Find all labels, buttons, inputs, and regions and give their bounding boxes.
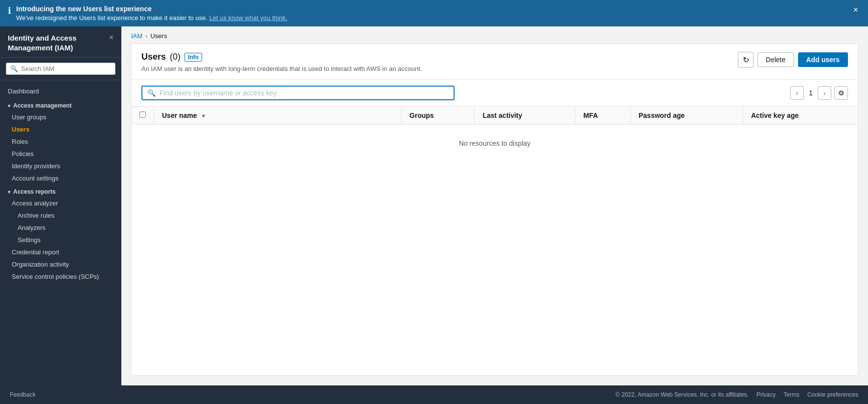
sidebar-item-users[interactable]: Users [0,123,121,135]
sidebar-item-organization-activity[interactable]: Organization activity [0,258,121,270]
th-password-age[interactable]: Password age [631,107,743,125]
sort-icon: ▼ [201,113,206,119]
sidebar-item-policies[interactable]: Policies [0,148,121,160]
th-checkbox [132,107,154,125]
users-table: User name ▼ Groups Last activity MFA Pas… [132,107,858,162]
sidebar-item-analyzers[interactable]: Analyzers [0,222,121,234]
sidebar-nav: Dashboard ▾ Access management User group… [0,80,121,385]
sidebar-close-button[interactable]: × [109,33,114,42]
card-toolbar: 🔍 ‹ 1 › ⚙ [132,80,858,106]
sidebar-item-access-analyzer[interactable]: Access analyzer [0,197,121,209]
banner-content: Introducing the new Users list experienc… [16,5,846,22]
delete-button[interactable]: Delete [757,52,794,67]
card-title-area: Users (0) Info An IAM user is an identit… [141,52,738,72]
sidebar-item-service-control-policies[interactable]: Service control policies (SCPs) [0,270,121,283]
th-last-activity[interactable]: Last activity [475,107,575,125]
sidebar-item-dashboard[interactable]: Dashboard [0,84,121,98]
user-search-box[interactable]: 🔍 [141,86,455,100]
sidebar-section-access-reports[interactable]: ▾ Access reports [0,184,121,197]
sidebar-item-credential-report[interactable]: Credential report [0,246,121,258]
card-title-text: Users [141,52,166,62]
table-settings-button[interactable]: ⚙ [834,86,848,100]
privacy-link[interactable]: Privacy [756,391,776,398]
th-groups[interactable]: Groups [401,107,475,125]
user-search-input[interactable] [160,89,449,97]
sidebar-section-label: Access management [13,102,71,109]
search-input[interactable] [21,65,111,72]
th-username-label: User name [162,112,197,119]
info-badge[interactable]: Info [184,53,202,62]
prev-page-button[interactable]: ‹ [790,86,804,100]
sidebar-header: Identity and Access Management (IAM) × [0,26,121,58]
table-header-row: User name ▼ Groups Last activity MFA Pas… [132,107,858,125]
feedback-link[interactable]: Feedback [10,391,36,398]
sidebar-section-access-management[interactable]: ▾ Access management [0,98,121,111]
banner-desc-text: We've redesigned the Users list experien… [16,14,207,22]
card-actions: ↻ Delete Add users [738,52,848,67]
sidebar-item-roles[interactable]: Roles [0,135,121,148]
add-users-button[interactable]: Add users [798,52,848,67]
search-icon: 🔍 [147,89,156,97]
empty-message: No resources to display [132,125,858,162]
th-active-key-age[interactable]: Active key age [743,107,858,125]
chevron-down-icon: ▾ [8,103,10,109]
table-empty-row: No resources to display [132,125,858,162]
search-icon: 🔍 [10,65,18,72]
sidebar-item-settings[interactable]: Settings [0,234,121,246]
info-banner: ℹ Introducing the new Users list experie… [0,0,868,26]
sidebar-item-account-settings[interactable]: Account settings [0,172,121,184]
sidebar-item-identity-providers[interactable]: Identity providers [0,160,121,172]
sidebar-search-area: 🔍 [0,58,121,80]
users-card: Users (0) Info An IAM user is an identit… [131,44,858,376]
info-icon: ℹ [8,5,11,16]
sidebar-section-label: Access reports [13,188,56,195]
footer-copyright: © 2022, Amazon Web Services, Inc. or its… [616,391,749,398]
terms-link[interactable]: Terms [783,391,799,398]
banner-description: We've redesigned the Users list experien… [16,14,846,22]
next-page-button[interactable]: › [818,86,831,100]
page-number: 1 [807,89,815,97]
sidebar-item-archive-rules[interactable]: Archive rules [0,209,121,222]
th-mfa[interactable]: MFA [575,107,631,125]
banner-close-button[interactable]: × [851,5,860,15]
card-header: Users (0) Info An IAM user is an identit… [132,44,858,80]
sidebar: Identity and Access Management (IAM) × 🔍… [0,26,121,385]
refresh-button[interactable]: ↻ [738,52,754,67]
sidebar-title: Identity and Access Management (IAM) [8,33,109,52]
card-description: An IAM user is an identity with long-ter… [141,65,738,72]
footer-links: © 2022, Amazon Web Services, Inc. or its… [616,391,858,398]
sidebar-search-box[interactable]: 🔍 [6,63,115,75]
users-table-wrap: User name ▼ Groups Last activity MFA Pas… [132,106,858,162]
cookie-preferences-link[interactable]: Cookie preferences [807,391,858,398]
th-username[interactable]: User name ▼ [154,107,402,125]
chevron-down-icon: ▾ [8,189,10,195]
breadcrumb-separator: › [145,32,147,40]
card-title: Users (0) Info [141,52,738,62]
breadcrumb: IAM › Users [121,26,868,44]
banner-title: Introducing the new Users list experienc… [16,5,846,13]
banner-link[interactable]: Let us know what you think. [209,14,288,22]
sidebar-item-user-groups[interactable]: User groups [0,111,121,123]
pagination-controls: ‹ 1 › ⚙ [790,86,848,100]
select-all-checkbox[interactable] [139,112,146,118]
user-count: (0) [170,52,181,62]
breadcrumb-iam[interactable]: IAM [131,32,142,40]
breadcrumb-current: Users [150,32,167,40]
footer: Feedback © 2022, Amazon Web Services, In… [0,385,868,404]
content-area: IAM › Users Users (0) Info An IAM user i… [121,26,868,385]
